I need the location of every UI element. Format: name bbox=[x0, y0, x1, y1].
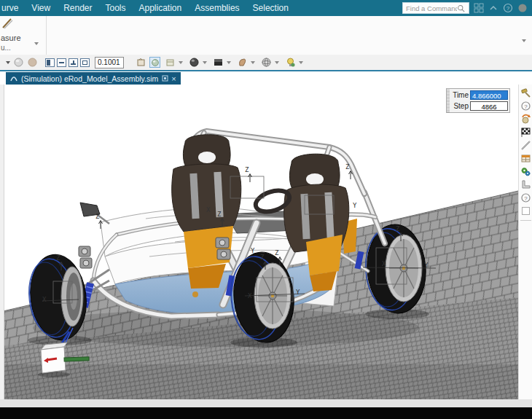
shaded-sphere-icon[interactable] bbox=[189, 57, 200, 68]
svg-text:?: ? bbox=[524, 195, 528, 202]
results-table-icon[interactable] bbox=[520, 153, 531, 164]
animation-replay-icon[interactable] bbox=[520, 114, 531, 125]
gears-icon[interactable] bbox=[520, 166, 531, 177]
document-tab-bar: (Simulation) eRod_Model_Assembly.sim × bbox=[0, 71, 532, 85]
svg-text:Z: Z bbox=[275, 249, 279, 257]
sphere-tool-icon[interactable] bbox=[13, 57, 24, 68]
svg-text:Z: Z bbox=[95, 213, 100, 220]
view-toolbar bbox=[0, 55, 532, 70]
toolbar-dropdown-caret-icon[interactable] bbox=[6, 61, 10, 64]
menu-item-selection[interactable]: Selection bbox=[246, 0, 295, 16]
nx-application-window: ZZXZZZYZZXYZXYYX urve View Render Tools … bbox=[0, 0, 532, 419]
face-style-caret-icon[interactable] bbox=[227, 61, 231, 64]
wireframe-sphere-icon[interactable] bbox=[261, 57, 272, 68]
svg-text:?: ? bbox=[524, 103, 528, 110]
step-value-input[interactable]: 4866 bbox=[470, 101, 508, 111]
user-account-icon[interactable] bbox=[517, 3, 528, 13]
window-close-view-icon[interactable] bbox=[80, 58, 90, 67]
face-style-icon[interactable] bbox=[213, 57, 224, 68]
right-toolbar-sidebar: ? ? bbox=[518, 85, 532, 399]
help-circle2-icon[interactable]: ? bbox=[520, 192, 531, 203]
probe-green-rod bbox=[64, 357, 89, 361]
svg-text:X: X bbox=[248, 292, 252, 299]
time-value-input[interactable]: 4.866000 bbox=[470, 90, 508, 100]
tools-hammer-icon[interactable] bbox=[520, 87, 531, 98]
collapse-ribbon-chevron-icon[interactable] bbox=[488, 3, 498, 13]
svg-text:X: X bbox=[382, 260, 386, 267]
scale-value-input[interactable] bbox=[95, 57, 124, 68]
svg-text:Y: Y bbox=[353, 202, 357, 209]
wireframe-sphere-caret-icon[interactable] bbox=[275, 61, 279, 64]
sidebar-divider bbox=[520, 220, 531, 221]
svg-text:Y: Y bbox=[251, 247, 255, 254]
svg-text:Z: Z bbox=[217, 211, 222, 218]
clipboard-stamp-icon[interactable] bbox=[136, 57, 146, 68]
ribbon-group-measure[interactable]: asure u... bbox=[0, 16, 47, 55]
svg-text:Z: Z bbox=[245, 166, 249, 173]
corner-ruler-icon[interactable] bbox=[520, 179, 531, 190]
command-search-box[interactable] bbox=[402, 2, 469, 14]
menu-item-assemblies[interactable]: Assemblies bbox=[188, 0, 246, 16]
menu-item-application[interactable]: Application bbox=[133, 0, 189, 16]
menu-bar: urve View Render Tools Application Assem… bbox=[0, 0, 532, 16]
side-mirror bbox=[80, 203, 109, 224]
search-icon bbox=[457, 4, 465, 12]
command-search-input[interactable] bbox=[403, 4, 457, 13]
svg-text:?: ? bbox=[506, 5, 510, 12]
ribbon-group-label: asure bbox=[1, 34, 21, 42]
lightbulb-caret-icon[interactable] bbox=[299, 61, 303, 64]
tab-title: (Simulation) eRod_Model_Assembly.sim bbox=[21, 74, 158, 83]
ribbon-area: asure u... bbox=[0, 16, 532, 55]
svg-text:Y: Y bbox=[296, 289, 300, 296]
bottom-black-bar bbox=[0, 407, 532, 419]
window-split-icon[interactable] bbox=[45, 58, 55, 67]
time-label: Time bbox=[451, 91, 470, 99]
svg-text:Z: Z bbox=[260, 254, 265, 261]
help-circle-icon[interactable]: ? bbox=[520, 101, 531, 111]
menu-item-view[interactable]: View bbox=[25, 0, 57, 16]
finish-flag-icon[interactable] bbox=[520, 127, 531, 138]
pan-hand-icon[interactable] bbox=[237, 57, 248, 68]
tab-close-icon[interactable]: × bbox=[171, 74, 176, 83]
tab-pin-icon[interactable] bbox=[162, 75, 168, 82]
active-document-tab[interactable]: (Simulation) eRod_Model_Assembly.sim × bbox=[6, 72, 181, 85]
status-strip bbox=[0, 399, 532, 407]
lightbulb-icon[interactable] bbox=[285, 57, 296, 68]
menu-item-tools[interactable]: Tools bbox=[99, 0, 133, 16]
view-box-icon[interactable] bbox=[165, 57, 176, 68]
part-navigator-icon bbox=[10, 75, 17, 82]
note-square-icon[interactable] bbox=[520, 205, 531, 216]
ribbon-group-sublabel: u... bbox=[1, 44, 11, 52]
left-resource-strip[interactable] bbox=[0, 85, 4, 399]
layout-grid-icon[interactable] bbox=[474, 3, 484, 13]
pan-hand-caret-icon[interactable] bbox=[251, 61, 255, 64]
svg-text:Z: Z bbox=[56, 254, 60, 262]
shaded-sphere-caret-icon[interactable] bbox=[203, 61, 207, 64]
render-style-shaded-icon[interactable] bbox=[149, 57, 160, 68]
sphere-dark-tool-icon[interactable] bbox=[27, 57, 38, 68]
simulation-time-panel: Time 4.866000 Step 4866 bbox=[446, 88, 510, 113]
svg-text:X: X bbox=[42, 296, 47, 303]
svg-text:Z: Z bbox=[396, 225, 400, 232]
window-expand-icon[interactable] bbox=[69, 58, 78, 67]
menu-item-curve[interactable]: urve bbox=[0, 0, 25, 16]
measure-line-icon[interactable] bbox=[520, 140, 531, 151]
menu-item-render[interactable]: Render bbox=[57, 0, 98, 16]
step-label: Step bbox=[451, 102, 470, 110]
svg-text:X: X bbox=[206, 206, 211, 214]
measure-pencil-icon bbox=[1, 17, 14, 30]
svg-text:Z: Z bbox=[345, 163, 350, 171]
help-icon[interactable]: ? bbox=[503, 3, 513, 13]
ribbon-overflow-caret-icon[interactable] bbox=[522, 39, 526, 42]
svg-text:Y: Y bbox=[424, 262, 429, 269]
ribbon-group-caret-icon[interactable] bbox=[34, 42, 39, 45]
window-arrange-horizontal-icon[interactable] bbox=[57, 58, 66, 67]
view-box-caret-icon[interactable] bbox=[179, 61, 183, 64]
